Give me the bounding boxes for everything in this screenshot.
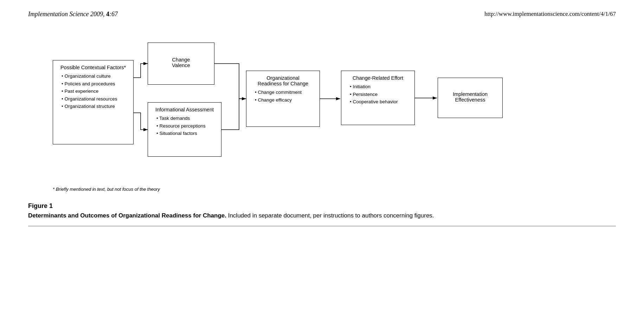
contextual-list: Organizational culture Policies and proc… [58, 72, 128, 110]
footnote: * Briefly mentioned in text, but not foc… [53, 187, 616, 192]
figure-text: Determinants and Outcomes of Organizatio… [28, 211, 616, 220]
change-related-effort-box: Change-Related Effort Initiation Persist… [341, 71, 415, 125]
header: Implementation Science 2009, 4:67 http:/… [28, 11, 616, 18]
informational-list: Task demands Resource perceptions Situat… [153, 115, 216, 137]
journal-url: http://www.implementationscience.com/con… [484, 11, 616, 18]
page: Implementation Science 2009, 4:67 http:/… [0, 0, 644, 319]
organizational-readiness-box: OrganizationalReadiness for Change Chang… [246, 71, 320, 127]
journal-volume: 4 [106, 11, 109, 18]
journal-citation: Implementation Science 2009, 4:67 [28, 11, 118, 18]
list-item: Persistence [350, 91, 410, 98]
effort-list: Initiation Persistence Cooperative behav… [346, 83, 410, 106]
list-item: Past experience [62, 87, 128, 95]
list-item: Organizational resources [62, 95, 128, 103]
readiness-title: OrganizationalReadiness for Change [251, 75, 315, 86]
bottom-divider [28, 226, 616, 226]
implementation-title: ImplementationEffectiveness [453, 91, 488, 103]
change-valence-box: ChangeValence [148, 43, 214, 85]
figure-caption-normal: Included in separate document, per instr… [226, 212, 434, 219]
informational-title: Informational Assessment [153, 107, 216, 112]
valence-title: ChangeValence [172, 57, 190, 68]
list-item: Change efficacy [255, 96, 315, 104]
figure-caption-bold: Determinants and Outcomes of Organizatio… [28, 212, 226, 219]
list-item: Policies and procedures [62, 80, 128, 88]
implementation-effectiveness-box: ImplementationEffectiveness [438, 78, 503, 118]
list-item: Task demands [156, 115, 216, 122]
effort-title: Change-Related Effort [346, 75, 410, 81]
figure-label: Figure 1 [28, 202, 616, 210]
list-item: Organizational structure [62, 103, 128, 110]
list-item: Situational factors [156, 130, 216, 137]
journal-issue: :67 [109, 11, 118, 18]
list-item: Resource perceptions [156, 122, 216, 130]
list-item: Change commitment [255, 89, 315, 96]
contextual-factors-box: Possible Contextual Factors* Organizatio… [53, 60, 134, 144]
list-item: Organizational culture [62, 72, 128, 80]
readiness-list: Change commitment Change efficacy [251, 89, 315, 104]
contextual-title: Possible Contextual Factors* [58, 65, 128, 70]
informational-assessment-box: Informational Assessment Task demands Re… [148, 102, 221, 157]
list-item: Cooperative behavior [350, 98, 410, 106]
figure-caption: Figure 1 Determinants and Outcomes of Or… [28, 199, 616, 220]
diagram-container: Possible Contextual Factors* Organizatio… [28, 32, 616, 180]
journal-name-italic: Implementation Science 2009, [28, 11, 106, 18]
list-item: Initiation [350, 83, 410, 91]
